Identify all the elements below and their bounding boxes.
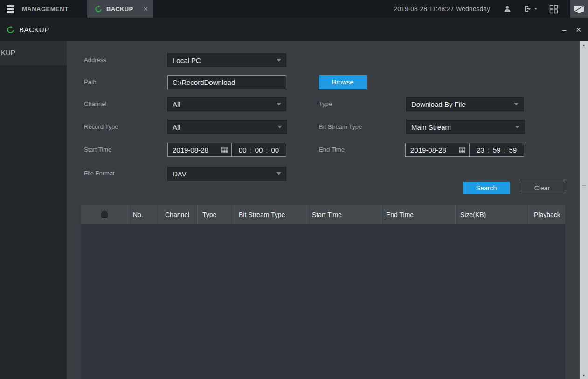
- topbar-right: 2019-08-28 11:48:27 Wednesday: [394, 0, 588, 18]
- end-time-label: End Time: [319, 143, 345, 157]
- table-body: [81, 224, 565, 379]
- start-time-label: Start Time: [84, 143, 111, 157]
- window-titlebar: BACKUP – ✕: [0, 18, 588, 41]
- browse-button[interactable]: Browse: [319, 75, 367, 89]
- calendar-icon: [459, 147, 465, 153]
- select-all-checkbox[interactable]: [101, 211, 108, 218]
- type-select-value: Download By File: [411, 100, 466, 108]
- bit-stream-type-label: Bit Stream Type: [319, 120, 362, 134]
- start-second: 00: [271, 146, 279, 154]
- chevron-down-icon: [277, 172, 281, 175]
- path-label: Path: [84, 75, 97, 89]
- window-controls: – ✕: [562, 18, 581, 41]
- tab-management-label: MANAGEMENT: [22, 6, 69, 13]
- time-separator: :: [487, 146, 489, 154]
- column-header-type: Type: [197, 205, 234, 224]
- tab-backup[interactable]: BACKUP ✕: [87, 0, 153, 18]
- end-second: 59: [509, 146, 517, 154]
- vertical-scrollbar[interactable]: ▲ ▼: [580, 41, 588, 379]
- column-header-channel: Channel: [160, 205, 197, 224]
- logout-icon[interactable]: [524, 5, 537, 13]
- table-header-checkbox-cell: [81, 205, 128, 224]
- sidebar: KUP: [0, 41, 67, 379]
- scroll-down-icon[interactable]: ▼: [580, 372, 588, 379]
- tab-management[interactable]: MANAGEMENT: [0, 0, 87, 18]
- file-format-select[interactable]: DAV: [167, 167, 286, 181]
- bit-stream-type-select[interactable]: Main Stream: [406, 120, 525, 134]
- calendar-icon: [221, 147, 228, 153]
- column-header-playback: Playback: [529, 205, 565, 224]
- content: KUP Address Local PC Path Browse Channel…: [0, 41, 588, 379]
- end-minute: 59: [493, 146, 501, 154]
- close-icon[interactable]: ✕: [575, 26, 581, 33]
- chevron-down-icon: [514, 103, 519, 105]
- bit-stream-type-select-value: Main Stream: [411, 123, 451, 131]
- type-label: Type: [319, 97, 332, 111]
- column-header-start-time: Start Time: [307, 205, 381, 224]
- end-date-value: 2019-08-28: [410, 146, 446, 154]
- start-time-picker[interactable]: 00:00:00: [232, 143, 286, 157]
- time-separator: :: [504, 146, 505, 154]
- address-select[interactable]: Local PC: [167, 53, 286, 67]
- file-format-select-value: DAV: [173, 170, 187, 178]
- start-date-value: 2019-08-28: [173, 146, 208, 154]
- user-icon[interactable]: [503, 5, 512, 13]
- scroll-up-icon[interactable]: ▲: [580, 41, 588, 49]
- chevron-down-icon: [534, 8, 537, 10]
- column-header-end-time: End Time: [381, 205, 455, 224]
- top-tab-bar: MANAGEMENT BACKUP ✕ 2019-08-28 11:48:27 …: [0, 0, 588, 18]
- chevron-down-icon: [277, 126, 282, 128]
- sidebar-item-backup[interactable]: KUP: [0, 41, 67, 64]
- main-panel: Address Local PC Path Browse Channel All…: [67, 41, 580, 379]
- record-type-select[interactable]: All: [167, 120, 287, 134]
- refresh-icon: [95, 5, 102, 13]
- channel-label: Channel: [84, 97, 106, 111]
- scrollbar-grip: [582, 184, 586, 188]
- end-date-picker[interactable]: 2019-08-28: [405, 143, 470, 157]
- column-header-no: No.: [128, 205, 160, 224]
- record-type-select-value: All: [173, 123, 180, 131]
- file-format-label: File Format: [84, 167, 115, 181]
- path-input[interactable]: [167, 75, 286, 89]
- datetime: 2019-08-28 11:48:27 Wednesday: [394, 5, 490, 13]
- record-type-label: Record Type: [84, 120, 118, 134]
- minimize-icon[interactable]: –: [562, 26, 566, 33]
- tab-close-icon[interactable]: ✕: [143, 0, 148, 18]
- sidebar-item-label: KUP: [1, 49, 15, 56]
- window-title: BACKUP: [19, 26, 49, 34]
- monitor-icon[interactable]: [570, 0, 588, 18]
- scrollbar-thumb[interactable]: [580, 49, 588, 372]
- time-separator: :: [266, 146, 268, 154]
- column-header-bit-stream-type: Bit Stream Type: [234, 205, 307, 224]
- table-header: No. Channel Type Bit Stream Type Start T…: [81, 205, 565, 224]
- channel-select-value: All: [173, 100, 180, 108]
- chevron-down-icon: [277, 59, 281, 62]
- channel-select[interactable]: All: [167, 97, 286, 111]
- chevron-down-icon: [515, 126, 519, 128]
- address-label: Address: [84, 53, 106, 67]
- end-time-picker[interactable]: 23:59:59: [470, 143, 524, 157]
- start-date-picker[interactable]: 2019-08-28: [167, 143, 232, 157]
- chevron-down-icon: [277, 103, 281, 105]
- search-button[interactable]: Search: [463, 182, 510, 194]
- tab-backup-label: BACKUP: [106, 6, 133, 13]
- column-header-size-kb: Size(KB): [455, 205, 529, 224]
- clear-button[interactable]: Clear: [519, 182, 565, 194]
- address-select-value: Local PC: [173, 56, 201, 64]
- end-hour: 23: [477, 146, 484, 154]
- start-minute: 00: [255, 146, 263, 154]
- type-select[interactable]: Download By File: [406, 97, 524, 111]
- time-separator: :: [249, 146, 251, 154]
- multi-screen-icon[interactable]: [549, 5, 558, 14]
- refresh-icon: [7, 26, 14, 34]
- apps-grid-icon: [7, 5, 14, 13]
- start-hour: 00: [239, 146, 247, 154]
